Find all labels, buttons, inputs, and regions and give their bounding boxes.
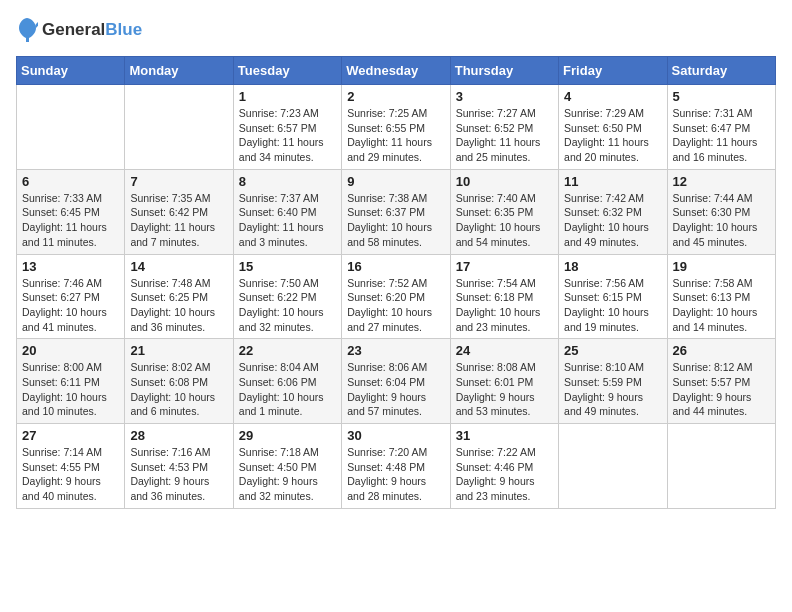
header: GeneralBlue: [16, 16, 776, 44]
day-info: Sunrise: 7:18 AMSunset: 4:50 PMDaylight:…: [239, 445, 336, 504]
week-row-1: 1Sunrise: 7:23 AMSunset: 6:57 PMDaylight…: [17, 85, 776, 170]
day-number: 26: [673, 343, 770, 358]
day-number: 14: [130, 259, 227, 274]
day-info: Sunrise: 7:27 AMSunset: 6:52 PMDaylight:…: [456, 106, 553, 165]
day-info: Sunrise: 7:14 AMSunset: 4:55 PMDaylight:…: [22, 445, 119, 504]
day-info: Sunrise: 8:06 AMSunset: 6:04 PMDaylight:…: [347, 360, 444, 419]
day-info: Sunrise: 7:33 AMSunset: 6:45 PMDaylight:…: [22, 191, 119, 250]
day-cell: 11Sunrise: 7:42 AMSunset: 6:32 PMDayligh…: [559, 169, 667, 254]
day-number: 3: [456, 89, 553, 104]
day-cell: 21Sunrise: 8:02 AMSunset: 6:08 PMDayligh…: [125, 339, 233, 424]
weekday-header-wednesday: Wednesday: [342, 57, 450, 85]
day-cell: 17Sunrise: 7:54 AMSunset: 6:18 PMDayligh…: [450, 254, 558, 339]
day-cell: 13Sunrise: 7:46 AMSunset: 6:27 PMDayligh…: [17, 254, 125, 339]
week-row-2: 6Sunrise: 7:33 AMSunset: 6:45 PMDaylight…: [17, 169, 776, 254]
day-info: Sunrise: 7:29 AMSunset: 6:50 PMDaylight:…: [564, 106, 661, 165]
day-cell: 2Sunrise: 7:25 AMSunset: 6:55 PMDaylight…: [342, 85, 450, 170]
day-info: Sunrise: 7:42 AMSunset: 6:32 PMDaylight:…: [564, 191, 661, 250]
day-info: Sunrise: 7:44 AMSunset: 6:30 PMDaylight:…: [673, 191, 770, 250]
day-cell: 16Sunrise: 7:52 AMSunset: 6:20 PMDayligh…: [342, 254, 450, 339]
weekday-header-friday: Friday: [559, 57, 667, 85]
day-cell: [667, 424, 775, 509]
day-cell: 7Sunrise: 7:35 AMSunset: 6:42 PMDaylight…: [125, 169, 233, 254]
day-info: Sunrise: 7:56 AMSunset: 6:15 PMDaylight:…: [564, 276, 661, 335]
day-cell: 31Sunrise: 7:22 AMSunset: 4:46 PMDayligh…: [450, 424, 558, 509]
logo-bird-icon: [16, 16, 38, 44]
weekday-header-tuesday: Tuesday: [233, 57, 341, 85]
day-number: 17: [456, 259, 553, 274]
day-number: 21: [130, 343, 227, 358]
day-info: Sunrise: 7:54 AMSunset: 6:18 PMDaylight:…: [456, 276, 553, 335]
logo-general-text: General: [42, 20, 105, 39]
day-number: 1: [239, 89, 336, 104]
day-cell: 27Sunrise: 7:14 AMSunset: 4:55 PMDayligh…: [17, 424, 125, 509]
day-info: Sunrise: 7:48 AMSunset: 6:25 PMDaylight:…: [130, 276, 227, 335]
day-info: Sunrise: 8:08 AMSunset: 6:01 PMDaylight:…: [456, 360, 553, 419]
day-info: Sunrise: 8:00 AMSunset: 6:11 PMDaylight:…: [22, 360, 119, 419]
day-cell: 28Sunrise: 7:16 AMSunset: 4:53 PMDayligh…: [125, 424, 233, 509]
day-number: 7: [130, 174, 227, 189]
day-number: 24: [456, 343, 553, 358]
day-cell: 15Sunrise: 7:50 AMSunset: 6:22 PMDayligh…: [233, 254, 341, 339]
day-number: 31: [456, 428, 553, 443]
day-cell: 18Sunrise: 7:56 AMSunset: 6:15 PMDayligh…: [559, 254, 667, 339]
weekday-header-thursday: Thursday: [450, 57, 558, 85]
day-info: Sunrise: 8:12 AMSunset: 5:57 PMDaylight:…: [673, 360, 770, 419]
day-cell: 8Sunrise: 7:37 AMSunset: 6:40 PMDaylight…: [233, 169, 341, 254]
day-number: 8: [239, 174, 336, 189]
day-number: 9: [347, 174, 444, 189]
weekday-header-saturday: Saturday: [667, 57, 775, 85]
day-cell: [125, 85, 233, 170]
day-cell: 20Sunrise: 8:00 AMSunset: 6:11 PMDayligh…: [17, 339, 125, 424]
day-cell: 29Sunrise: 7:18 AMSunset: 4:50 PMDayligh…: [233, 424, 341, 509]
day-cell: 10Sunrise: 7:40 AMSunset: 6:35 PMDayligh…: [450, 169, 558, 254]
day-number: 28: [130, 428, 227, 443]
day-info: Sunrise: 7:50 AMSunset: 6:22 PMDaylight:…: [239, 276, 336, 335]
day-cell: 26Sunrise: 8:12 AMSunset: 5:57 PMDayligh…: [667, 339, 775, 424]
day-info: Sunrise: 7:31 AMSunset: 6:47 PMDaylight:…: [673, 106, 770, 165]
day-cell: 6Sunrise: 7:33 AMSunset: 6:45 PMDaylight…: [17, 169, 125, 254]
day-info: Sunrise: 8:10 AMSunset: 5:59 PMDaylight:…: [564, 360, 661, 419]
weekday-header-monday: Monday: [125, 57, 233, 85]
day-cell: [17, 85, 125, 170]
week-row-5: 27Sunrise: 7:14 AMSunset: 4:55 PMDayligh…: [17, 424, 776, 509]
day-info: Sunrise: 7:58 AMSunset: 6:13 PMDaylight:…: [673, 276, 770, 335]
calendar: SundayMondayTuesdayWednesdayThursdayFrid…: [16, 56, 776, 509]
day-number: 23: [347, 343, 444, 358]
day-info: Sunrise: 7:52 AMSunset: 6:20 PMDaylight:…: [347, 276, 444, 335]
week-row-4: 20Sunrise: 8:00 AMSunset: 6:11 PMDayligh…: [17, 339, 776, 424]
day-number: 5: [673, 89, 770, 104]
day-number: 27: [22, 428, 119, 443]
day-cell: 30Sunrise: 7:20 AMSunset: 4:48 PMDayligh…: [342, 424, 450, 509]
weekday-header-row: SundayMondayTuesdayWednesdayThursdayFrid…: [17, 57, 776, 85]
day-number: 30: [347, 428, 444, 443]
day-info: Sunrise: 7:46 AMSunset: 6:27 PMDaylight:…: [22, 276, 119, 335]
day-cell: 1Sunrise: 7:23 AMSunset: 6:57 PMDaylight…: [233, 85, 341, 170]
day-info: Sunrise: 7:16 AMSunset: 4:53 PMDaylight:…: [130, 445, 227, 504]
day-number: 6: [22, 174, 119, 189]
day-info: Sunrise: 8:04 AMSunset: 6:06 PMDaylight:…: [239, 360, 336, 419]
day-number: 22: [239, 343, 336, 358]
day-info: Sunrise: 7:23 AMSunset: 6:57 PMDaylight:…: [239, 106, 336, 165]
day-cell: [559, 424, 667, 509]
day-number: 2: [347, 89, 444, 104]
day-info: Sunrise: 7:37 AMSunset: 6:40 PMDaylight:…: [239, 191, 336, 250]
logo-blue-text: Blue: [105, 20, 142, 39]
day-info: Sunrise: 7:40 AMSunset: 6:35 PMDaylight:…: [456, 191, 553, 250]
day-number: 25: [564, 343, 661, 358]
day-number: 4: [564, 89, 661, 104]
day-info: Sunrise: 7:25 AMSunset: 6:55 PMDaylight:…: [347, 106, 444, 165]
weekday-header-sunday: Sunday: [17, 57, 125, 85]
day-cell: 22Sunrise: 8:04 AMSunset: 6:06 PMDayligh…: [233, 339, 341, 424]
day-number: 18: [564, 259, 661, 274]
day-number: 11: [564, 174, 661, 189]
day-info: Sunrise: 7:22 AMSunset: 4:46 PMDaylight:…: [456, 445, 553, 504]
day-number: 16: [347, 259, 444, 274]
day-number: 15: [239, 259, 336, 274]
day-cell: 12Sunrise: 7:44 AMSunset: 6:30 PMDayligh…: [667, 169, 775, 254]
day-cell: 4Sunrise: 7:29 AMSunset: 6:50 PMDaylight…: [559, 85, 667, 170]
day-cell: 5Sunrise: 7:31 AMSunset: 6:47 PMDaylight…: [667, 85, 775, 170]
week-row-3: 13Sunrise: 7:46 AMSunset: 6:27 PMDayligh…: [17, 254, 776, 339]
day-cell: 25Sunrise: 8:10 AMSunset: 5:59 PMDayligh…: [559, 339, 667, 424]
day-number: 12: [673, 174, 770, 189]
